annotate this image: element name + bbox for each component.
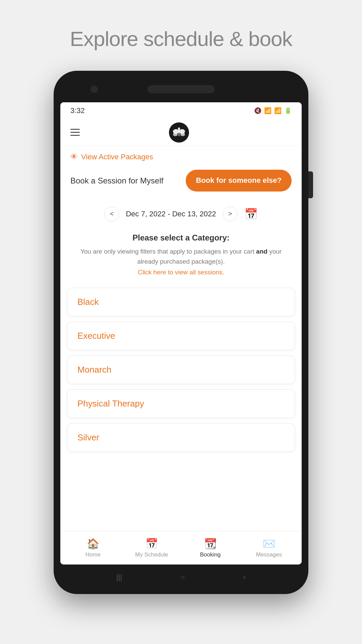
category-item-monarch[interactable]: Monarch [67, 356, 295, 384]
nav-icon-booking: 📆 [204, 538, 217, 549]
status-bar: 3:32 🔇 📶 📶 🔋 [60, 102, 302, 119]
battery-icon: 🔋 [284, 107, 292, 114]
nav-icon-home: 🏠 [87, 538, 99, 549]
category-item-silver[interactable]: Silver [67, 423, 295, 452]
next-week-button[interactable]: > [223, 207, 238, 221]
category-section: Please select a Category: You are only v… [60, 228, 302, 281]
svg-point-2 [173, 133, 178, 136]
bottom-nav: 🏠Home📅My Schedule📆Booking✉️Messages [60, 531, 302, 565]
recent-apps-gesture: ||| [116, 573, 122, 582]
phone-shell: 3:32 🔇 📶 📶 🔋 [54, 71, 308, 594]
active-packages-text: View Active Packages [81, 153, 153, 161]
nav-item-messages[interactable]: ✉️Messages [251, 538, 288, 558]
page-title: Explore schedule & book [70, 27, 292, 51]
prev-week-button[interactable]: < [104, 207, 119, 221]
phone-top-bar [60, 77, 302, 101]
category-item-physical-therapy[interactable]: Physical Therapy [67, 389, 295, 418]
hamburger-menu[interactable] [70, 129, 80, 136]
phone-bottom-bar: ||| ○ ‹ [60, 567, 302, 587]
nav-label-messages: Messages [256, 551, 282, 558]
nav-item-my-schedule[interactable]: 📅My Schedule [133, 538, 170, 558]
date-range-text: Dec 7, 2022 - Dec 13, 2022 [126, 210, 216, 218]
back-gesture: ‹ [243, 573, 246, 582]
mute-icon: 🔇 [254, 107, 261, 114]
phone-screen: 3:32 🔇 📶 📶 🔋 [60, 102, 302, 565]
category-title: Please select a Category: [70, 233, 292, 243]
nav-item-booking[interactable]: 📆Booking [192, 538, 229, 558]
nav-label-home: Home [85, 551, 101, 558]
book-myself-label: Book a Session for Myself [70, 175, 163, 186]
status-time: 3:32 [70, 106, 85, 115]
book-session-row: Book a Session for Myself Book for someo… [60, 165, 302, 200]
speaker [147, 85, 215, 93]
wifi-icon: 📶 [264, 107, 272, 114]
app-header [60, 119, 302, 146]
calendar-button[interactable]: 📅 [244, 208, 258, 220]
signal-icon: 📶 [274, 107, 282, 114]
date-range-row: < Dec 7, 2022 - Dec 13, 2022 > 📅 [60, 200, 302, 228]
home-gesture: ○ [180, 573, 185, 582]
svg-point-3 [180, 133, 185, 136]
nav-icon-my-schedule: 📅 [145, 538, 158, 549]
category-list: BlackExecutiveMonarchPhysical TherapySil… [60, 281, 302, 459]
nav-item-home[interactable]: 🏠Home [75, 538, 112, 558]
screen-content[interactable]: 👁 View Active Packages Book a Session fo… [60, 146, 302, 531]
nav-icon-messages: ✉️ [263, 538, 275, 549]
svg-point-5 [178, 127, 180, 130]
book-someone-else-button[interactable]: Book for someone else? [186, 170, 292, 192]
category-item-black[interactable]: Black [67, 288, 295, 316]
status-icons: 🔇 📶 📶 🔋 [254, 107, 292, 114]
view-all-sessions-link[interactable]: Click here to view all sessions. [138, 269, 224, 276]
eye-icon: 👁 [70, 153, 78, 161]
nav-label-my-schedule: My Schedule [135, 551, 168, 558]
active-packages-link[interactable]: 👁 View Active Packages [60, 146, 302, 165]
category-item-executive[interactable]: Executive [67, 322, 295, 350]
app-logo [169, 122, 189, 143]
category-description: You are only viewing filters that apply … [70, 247, 292, 267]
nav-label-booking: Booking [200, 551, 221, 558]
volume-button [308, 171, 313, 198]
front-camera [90, 86, 98, 93]
